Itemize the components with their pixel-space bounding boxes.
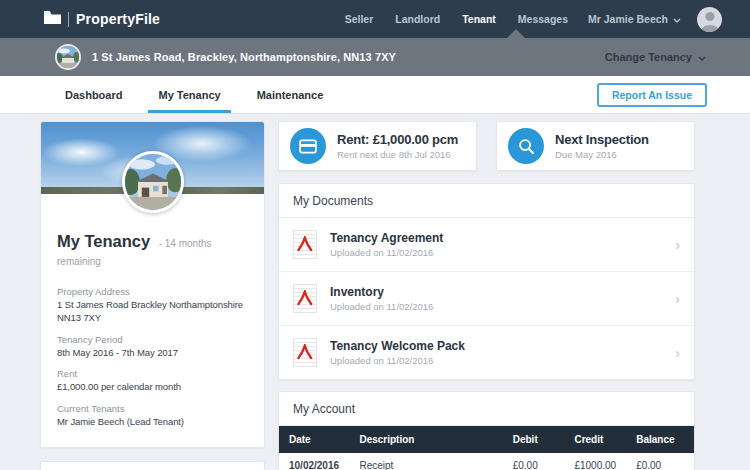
report-an-issue-button[interactable]: Report An Issue [597,83,707,107]
column-debit: Debit [503,426,565,453]
credit-card-icon [290,128,326,164]
account-table: Date Description Debit Credit Balance 10… [279,426,694,470]
column-credit: Credit [564,426,626,453]
field-current-tenants: Current Tenants Mr Jamie Beech (Lead Ten… [57,403,248,429]
nav-seller[interactable]: Seller [341,13,378,25]
change-tenancy-button[interactable]: Change Tenancy [605,51,706,63]
pdf-icon [293,230,317,259]
property-bar: 1 St James Road, Brackley, Northamptonsh… [0,38,750,76]
main-content: My Tenancy - 14 months remaining Propert… [0,114,750,470]
property-photo [122,151,184,213]
folder-icon [44,11,61,27]
brand-name: PropertyFile [76,11,160,27]
inspection-title: Next Inspection [555,132,649,147]
tab-my-tenancy[interactable]: My Tenancy [148,76,230,113]
nav-landlord[interactable]: Landlord [391,13,444,25]
chevron-right-icon: › [675,346,680,360]
chevron-down-icon [698,51,706,63]
avatar-person-icon [705,12,714,21]
next-inspection-card: Next Inspection Due May 2016 [496,121,695,171]
tenancy-summary-card: My Tenancy - 14 months remaining Propert… [40,121,265,448]
deposit-details-card: Deposit Details Deposit Amount £1000.00 [40,461,265,470]
documents-title: My Documents [279,184,694,218]
search-icon [508,128,544,164]
tenancy-heading: My Tenancy - 14 months remaining [41,232,264,269]
nav-tenant[interactable]: Tenant [458,13,500,25]
chevron-right-icon: › [675,292,680,306]
banner-image [41,122,264,194]
account-table-header: Date Description Debit Credit Balance [279,426,694,453]
active-nav-caret [507,29,525,38]
property-photo-thumb [55,44,81,70]
tab-dashboard[interactable]: Dashboard [55,76,132,113]
user-menu[interactable]: Mr Jamie Beech [586,13,683,25]
chevron-down-icon [673,13,681,25]
inspection-due: Due May 2016 [555,149,649,160]
chevron-right-icon: › [675,238,680,252]
rent-summary-card: Rent: £1,000.00 pcm Rent next due 8th Ju… [278,121,477,171]
rent-amount: Rent: £1,000.00 pcm [337,132,458,147]
avatar[interactable] [697,7,722,32]
tab-bar: Dashboard My Tenancy Maintenance Report … [0,76,750,114]
document-row-welcome-pack[interactable]: Tenancy Welcome Pack Uploaded on 11/02/2… [279,326,694,379]
logo-separator [68,12,69,27]
document-row-tenancy-agreement[interactable]: Tenancy Agreement Uploaded on 11/02/2016… [279,218,694,272]
property-address: 1 St James Road, Brackley, Northamptonsh… [92,51,396,63]
user-name: Mr Jamie Beech [588,13,668,25]
field-rent: Rent £1,000.00 per calendar month [57,368,248,394]
account-title: My Account [279,392,694,426]
tab-maintenance[interactable]: Maintenance [247,76,334,113]
tenancy-title: My Tenancy [57,232,150,250]
right-column: Rent: £1,000.00 pcm Rent next due 8th Ju… [278,121,695,470]
pdf-icon [293,338,317,367]
column-balance: Balance [626,426,694,453]
my-account-card: My Account Date Description Debit Credit… [278,391,695,470]
field-property-address: Property Address 1 St James Road Brackle… [57,286,248,325]
top-nav-links: Seller Landlord Tenant Messages Mr Jamie… [341,7,722,32]
tenancy-fields: Property Address 1 St James Road Brackle… [41,269,264,447]
document-row-inventory[interactable]: Inventory Uploaded on 11/02/2016 › [279,272,694,326]
nav-messages[interactable]: Messages [514,13,572,25]
deposit-card-title: Deposit Details [41,462,264,470]
field-tenancy-period: Tenancy Period 8th May 2016 - 7th May 20… [57,334,248,360]
top-nav: PropertyFile Seller Landlord Tenant Mess… [0,0,750,38]
my-documents-card: My Documents Tenancy Agreement Uploaded … [278,183,695,380]
rent-next-due: Rent next due 8th Jul 2016 [337,149,458,160]
left-column: My Tenancy - 14 months remaining Propert… [40,121,265,470]
column-description: Description [349,426,502,453]
column-date: Date [279,426,349,453]
account-row: 10/02/2016 Receipt £0.00 £1000.00 £0.00 [279,453,694,470]
summary-cards-row: Rent: £1,000.00 pcm Rent next due 8th Ju… [278,121,695,171]
pdf-icon [293,284,317,313]
brand-logo[interactable]: PropertyFile [44,11,160,27]
